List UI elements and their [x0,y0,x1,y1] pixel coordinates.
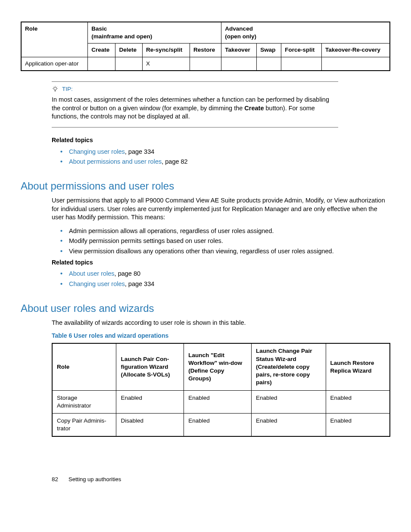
cell-role: Application oper-ator [21,57,88,71]
cell-resync: X [143,57,190,71]
svg-line-4 [53,87,54,87]
col-delete: Delete [115,44,143,57]
lightbulb-icon [52,86,59,93]
section-title-wizards: About user roles and wizards [21,302,390,315]
related-topics-heading: Related topics [52,258,390,267]
related-topics-list: About user roles, page 80 Changing user … [60,269,390,289]
cell-delete [115,57,143,71]
tip-top-rule [52,81,338,82]
col-takeoverrec: Takeover-Re-covery [321,44,390,57]
cell-value: Enabled [326,390,390,413]
tip-text: In most cases, assignment of the roles d… [52,96,338,121]
cell-value: Disabled [116,413,184,436]
link-changing-user-roles[interactable]: Changing user roles [69,280,125,287]
col-basic: Basic (mainframe and open) [88,22,221,44]
roles-wizards-table: Role Launch Pair Con-figuration Wizard (… [52,343,390,437]
col-resync: Re-sync/split [143,44,190,57]
table-row: Application oper-ator X [21,57,390,71]
cell-value: Enabled [252,390,326,413]
col-restore: Restore [190,44,221,57]
tip-bottom-rule [52,127,338,128]
col-launch-restore-replica: Launch Restore Replica Wizard [326,343,390,390]
related-topics-list: Changing user roles, page 334 About perm… [60,147,390,167]
cell-forcesplit [281,57,322,71]
col-launch-change-pair-status: Launch Change Pair Status Wiz-ard (Creat… [252,343,326,390]
permissions-bullets: Admin permission allows all operations, … [60,226,390,257]
cell-restore [190,57,221,71]
cell-create [88,57,115,71]
cell-swap [257,57,281,71]
svg-line-5 [56,87,57,87]
cell-takeoverrec [321,57,390,71]
col-forcesplit: Force-split [281,44,322,57]
list-item: About user roles, page 80 [60,269,390,279]
col-role: Role [21,22,88,57]
col-launch-edit-workflow: Launch "Edit Workflow" win-dow (Define C… [184,343,252,390]
cell-takeover [221,57,257,71]
roles-functions-table: Role Basic (mainframe and open) Advanced… [21,22,390,71]
table-caption: Table 6 User roles and wizard operations [52,332,390,340]
col-create: Create [88,44,115,57]
list-item: Changing user roles, page 334 [60,279,390,289]
tip-block: TIP: In most cases, assignment of the ro… [52,81,338,128]
svg-point-0 [54,87,57,90]
cell-role: Copy Pair Adminis-trator [52,413,116,436]
table-row: Storage Administrator Enabled Enabled En… [52,390,390,413]
section-title-permissions: About permissions and user roles [21,179,390,193]
tip-header: TIP: [52,85,338,93]
link-about-permissions[interactable]: About permissions and user roles [69,158,162,165]
list-item: About permissions and user roles, page 8… [60,157,390,167]
link-changing-user-roles[interactable]: Changing user roles [69,148,125,155]
list-item: Changing user roles, page 334 [60,147,390,157]
section-para: User permissions that apply to all P9000… [52,196,390,222]
page-number: 82 [52,476,58,483]
cell-value: Enabled [184,390,252,413]
footer-section: Setting up authorities [68,476,121,483]
col-role: Role [52,343,116,390]
list-item: View permission disallows any operations… [60,246,390,257]
table-row: Copy Pair Adminis-trator Disabled Enable… [52,413,390,436]
link-about-user-roles[interactable]: About user roles [69,270,115,277]
cell-value: Enabled [116,390,184,413]
list-item: Modify permission permits settings based… [60,236,390,246]
cell-role: Storage Administrator [52,390,116,413]
col-takeover: Takeover [221,44,257,57]
col-advanced: Advanced (open only) [221,22,390,44]
tip-label: TIP: [62,85,73,93]
page-footer: 82 Setting up authorities [52,476,390,483]
related-topics-heading: Related topics [52,136,390,144]
section-para: The availability of wizards according to… [52,319,390,327]
col-launch-pair-config: Launch Pair Con-figuration Wizard (Alloc… [116,343,184,390]
cell-value: Enabled [252,413,326,436]
cell-value: Enabled [184,413,252,436]
col-swap: Swap [257,44,281,57]
list-item: Admin permission allows all operations, … [60,226,390,236]
cell-value: Enabled [326,413,390,436]
